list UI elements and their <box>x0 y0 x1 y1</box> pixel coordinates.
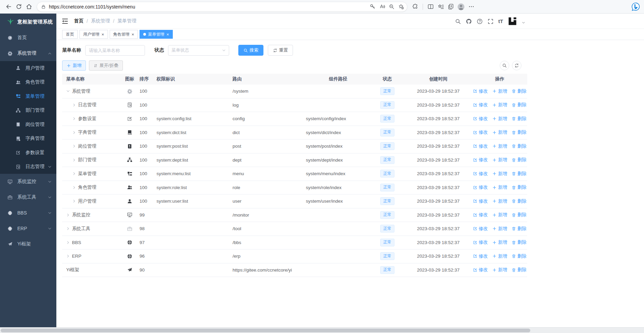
chevron-right-icon[interactable] <box>72 131 76 134</box>
close-icon[interactable]: × <box>166 32 169 37</box>
sidebar-item-config[interactable]: 参数设置 <box>0 146 56 160</box>
edit-link[interactable]: 修改 <box>473 184 488 190</box>
table-row[interactable]: 角色管理100system:role:listrolesystem/role/i… <box>62 181 527 195</box>
sidebar-item-dict[interactable]: 字典管理 <box>0 132 56 146</box>
table-row[interactable]: 菜单管理100system:menu:listmenusystem/menu/i… <box>62 167 527 181</box>
add-link[interactable]: 新增 <box>492 212 507 218</box>
delete-link[interactable]: 删除 <box>512 239 527 245</box>
extensions-button[interactable] <box>410 2 420 12</box>
edit-link[interactable]: 修改 <box>473 267 488 273</box>
scrollbar-thumb[interactable] <box>1 329 530 332</box>
add-link[interactable]: 新增 <box>492 157 507 163</box>
sidebar-item-home[interactable]: 首页 <box>0 30 56 45</box>
font-size-button[interactable]: tT <box>498 18 503 24</box>
split-screen-button[interactable] <box>425 2 436 12</box>
back-button[interactable] <box>3 2 14 12</box>
add-link[interactable]: 新增 <box>492 198 507 204</box>
add-link[interactable]: 新增 <box>492 184 507 190</box>
breadcrumb-menu[interactable]: 菜单管理 <box>117 18 136 24</box>
favorites-add-button[interactable] <box>396 2 406 12</box>
favorites-button[interactable] <box>436 2 446 12</box>
chevron-right-icon[interactable] <box>72 199 76 203</box>
breadcrumb-system[interactable]: 系统管理 <box>91 18 110 24</box>
sidebar-fold-icon[interactable] <box>61 18 69 25</box>
table-row[interactable]: BBS97/bbs正常2023-03-29 18:52:37修改新增删除 <box>62 236 527 250</box>
refresh-button[interactable] <box>14 2 24 12</box>
table-search-button[interactable] <box>500 61 509 70</box>
sidebar-item-dept[interactable]: 部门管理 <box>0 104 56 118</box>
chevron-right-icon[interactable] <box>72 172 76 175</box>
add-link[interactable]: 新增 <box>492 143 507 149</box>
chevron-right-icon[interactable] <box>66 227 70 230</box>
table-row[interactable]: 日志管理100log正常2023-03-29 18:52:37修改新增删除 <box>62 98 527 112</box>
edit-link[interactable]: 修改 <box>473 226 488 232</box>
table-row[interactable]: 用户管理100system:user:listusersystem/user/i… <box>62 195 527 208</box>
reset-button[interactable]: 重置 <box>268 45 293 56</box>
chevron-right-icon[interactable] <box>72 144 76 148</box>
github-icon[interactable] <box>466 18 472 24</box>
add-link[interactable]: 新增 <box>492 116 507 122</box>
sidebar-item-monitor[interactable]: 系统监控 <box>0 174 56 189</box>
chevron-right-icon[interactable] <box>72 158 76 162</box>
table-row[interactable]: 参数设置100system:config:listconfigsystem/co… <box>62 112 527 126</box>
tab-role[interactable]: 角色管理× <box>110 30 138 39</box>
delete-link[interactable]: 删除 <box>512 267 527 273</box>
add-link[interactable]: 新增 <box>492 253 507 259</box>
profile-button[interactable] <box>456 2 466 12</box>
sidebar-item-role[interactable]: 角色管理 <box>0 75 56 90</box>
delete-link[interactable]: 删除 <box>512 88 527 94</box>
table-row[interactable]: 系统监控99/monitor正常2023-03-29 18:52:37修改新增删… <box>62 208 527 222</box>
search-icon[interactable] <box>455 18 461 24</box>
close-icon[interactable]: × <box>132 32 134 37</box>
edit-link[interactable]: 修改 <box>473 239 488 245</box>
delete-link[interactable]: 删除 <box>512 198 527 204</box>
table-row[interactable]: 系统工具98/tool正常2023-03-29 18:52:37修改新增删除 <box>62 222 527 236</box>
delete-link[interactable]: 删除 <box>512 102 527 108</box>
chevron-right-icon[interactable] <box>72 103 76 107</box>
add-link[interactable]: 新增 <box>492 171 507 177</box>
tab-user[interactable]: 用户管理× <box>79 30 108 39</box>
delete-link[interactable]: 删除 <box>512 226 527 232</box>
zoom-out-button[interactable] <box>387 2 396 12</box>
add-link[interactable]: 新增 <box>492 267 507 273</box>
delete-link[interactable]: 删除 <box>512 157 527 163</box>
delete-link[interactable]: 删除 <box>512 171 527 177</box>
search-button[interactable]: 搜索 <box>238 45 263 56</box>
horizontal-scrollbar[interactable] <box>0 327 644 333</box>
edit-link[interactable]: 修改 <box>473 212 488 218</box>
collections-button[interactable] <box>446 2 456 12</box>
chevron-right-icon[interactable] <box>66 254 70 258</box>
table-row[interactable]: 岗位管理100system:post:listpostsystem/post/i… <box>62 140 527 153</box>
sidebar-item-system[interactable]: 系统管理 <box>0 45 56 61</box>
help-icon[interactable] <box>477 18 483 24</box>
table-row[interactable]: 部门管理100system:dept:listdeptsystem/dept/i… <box>62 153 527 167</box>
menu-name-input[interactable] <box>85 45 145 56</box>
edit-link[interactable]: 修改 <box>473 253 488 259</box>
user-avatar-logo[interactable] <box>508 17 517 26</box>
add-button[interactable]: 新增 <box>62 60 86 71</box>
browser-menu-button[interactable] <box>466 2 476 12</box>
edit-link[interactable]: 修改 <box>473 102 488 108</box>
delete-link[interactable]: 删除 <box>512 129 527 135</box>
address-bar[interactable]: https://ccnetcore.com:1101/system/menu <box>37 2 407 12</box>
delete-link[interactable]: 删除 <box>512 253 527 259</box>
sidebar-item-bbs[interactable]: BBS <box>0 205 56 221</box>
sidebar-item-menu[interactable]: 菜单管理 <box>0 89 56 104</box>
delete-link[interactable]: 删除 <box>512 116 527 122</box>
status-select[interactable]: 菜单状态 <box>168 45 229 56</box>
edit-link[interactable]: 修改 <box>473 198 488 204</box>
chevron-right-icon[interactable] <box>66 241 70 244</box>
sidebar-item-log[interactable]: 日志管理 <box>0 160 56 174</box>
sidebar-item-tool[interactable]: 系统工具 <box>0 189 56 205</box>
chevron-right-icon[interactable] <box>66 213 70 217</box>
home-button[interactable] <box>24 2 34 12</box>
delete-link[interactable]: 删除 <box>512 143 527 149</box>
edit-link[interactable]: 修改 <box>473 88 488 94</box>
add-link[interactable]: 新增 <box>492 102 507 108</box>
delete-link[interactable]: 删除 <box>512 212 527 218</box>
table-row[interactable]: 系统管理100/system正常2023-03-29 18:52:37修改新增删… <box>62 85 527 98</box>
table-row[interactable]: Yi框架90https://gitee.com/ccnetcore/yi正常20… <box>62 263 527 277</box>
edit-link[interactable]: 修改 <box>473 129 488 135</box>
sidebar-item-erp[interactable]: ERP <box>0 221 56 236</box>
chevron-down-icon[interactable] <box>522 21 525 24</box>
